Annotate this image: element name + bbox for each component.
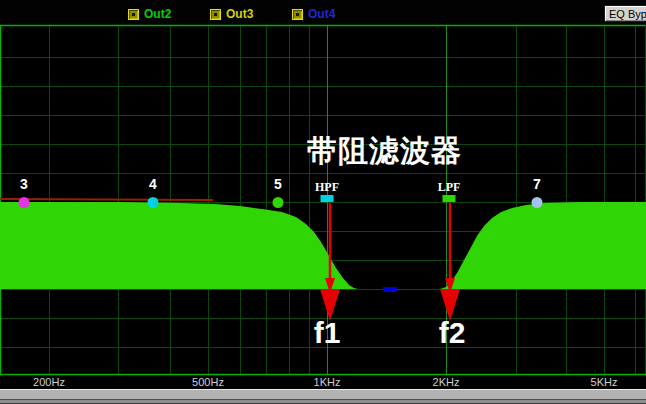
xtick-200hz: 200Hz — [33, 376, 65, 388]
marker-label-4: 4 — [149, 176, 157, 192]
marker-handle-3[interactable] — [19, 197, 30, 208]
xtick-5khz: 5KHz — [591, 376, 618, 388]
xtick-1khz: 1KHz — [314, 376, 341, 388]
marker-handle-4[interactable] — [148, 197, 159, 208]
marker-handle-5[interactable] — [273, 197, 284, 208]
xtick-500hz: 500Hz — [192, 376, 224, 388]
marker-label-lpf: LPF — [438, 179, 461, 195]
marker-label-5: 5 — [274, 176, 282, 192]
band6-handle[interactable] — [383, 287, 397, 292]
f1-label: f1 — [314, 317, 341, 349]
response-fill — [0, 202, 646, 289]
xtick-2khz: 2KHz — [433, 376, 460, 388]
marker-handle-7[interactable] — [532, 197, 543, 208]
marker-label-3: 3 — [20, 176, 28, 192]
window-bottom-edge — [0, 400, 646, 404]
marker-label-7: 7 — [533, 176, 541, 192]
marker-handle-lpf[interactable] — [443, 195, 456, 202]
horizontal-scrollbar[interactable] — [0, 389, 646, 400]
marker-label-hpf: HPF — [315, 179, 339, 195]
chart-title: 带阻滤波器 — [307, 131, 646, 172]
marker-handle-hpf[interactable] — [321, 195, 334, 202]
reference-curve-segment — [0, 199, 213, 200]
f2-label: f2 — [439, 317, 466, 349]
